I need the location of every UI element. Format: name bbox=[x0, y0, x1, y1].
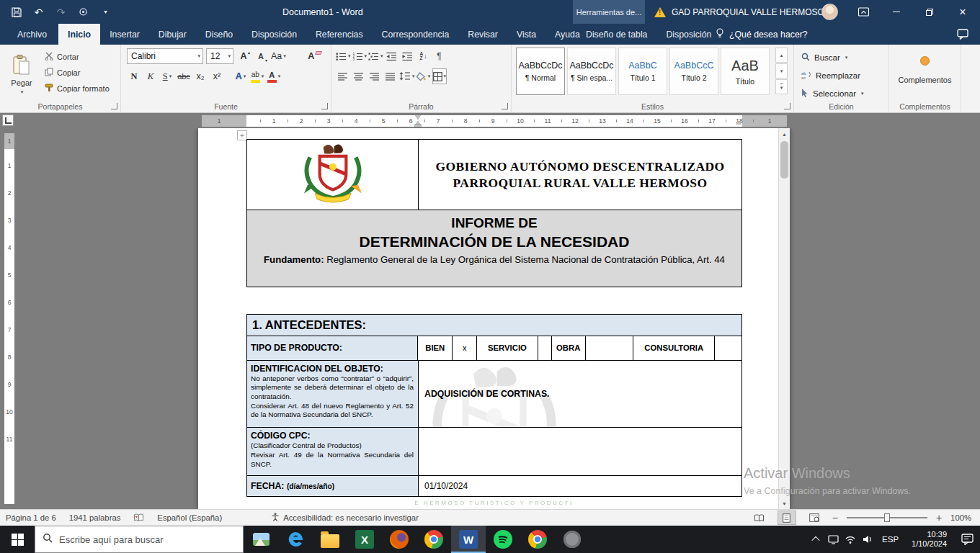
first-line-indent-marker[interactable] bbox=[415, 115, 421, 120]
copy-button[interactable]: Copiar bbox=[42, 65, 112, 81]
tab-correspondencia[interactable]: Correspondencia bbox=[373, 24, 459, 45]
start-button[interactable] bbox=[0, 526, 35, 553]
touch-mode-icon[interactable] bbox=[77, 6, 89, 18]
tipo-value-servicio[interactable] bbox=[538, 336, 552, 360]
redo-icon[interactable]: ↷ bbox=[55, 6, 67, 18]
chrome-2-icon[interactable] bbox=[520, 526, 555, 553]
align-right-button[interactable] bbox=[368, 68, 382, 84]
shading-button[interactable]: ▾ bbox=[416, 68, 431, 84]
line-spacing-button[interactable]: ▾ bbox=[399, 68, 415, 84]
borders-button[interactable]: ▾ bbox=[432, 68, 447, 84]
tab-vista[interactable]: Vista bbox=[507, 24, 545, 45]
codigo-cpc-value[interactable] bbox=[419, 428, 741, 475]
scrollbar-thumb[interactable] bbox=[780, 141, 788, 179]
clock[interactable]: 10:39 1/10/2024 bbox=[904, 530, 954, 549]
zoom-level[interactable]: 100% bbox=[950, 513, 971, 522]
underline-button[interactable]: S▾ bbox=[160, 68, 174, 84]
replace-button[interactable]: abac Reemplazar bbox=[801, 68, 860, 83]
font-dialog-launcher[interactable] bbox=[321, 103, 328, 109]
style-titulo-1[interactable]: AaBbCTítulo 1 bbox=[618, 48, 667, 95]
tab-inicio[interactable]: Inicio bbox=[58, 24, 100, 45]
contextual-tab-disposicion[interactable]: Disposición bbox=[656, 24, 721, 45]
cut-button[interactable]: Cortar bbox=[42, 49, 112, 65]
clipboard-dialog-launcher[interactable] bbox=[111, 103, 117, 109]
tab-revisar[interactable]: Revisar bbox=[458, 24, 507, 45]
zoom-slider-thumb[interactable] bbox=[884, 513, 890, 522]
display-icon[interactable] bbox=[824, 526, 842, 553]
document-table[interactable]: GOBIERNO AUTÓNOMO DESCENTRALIZADO PARROQ… bbox=[246, 139, 742, 497]
customize-quick-access-icon[interactable]: ▾ bbox=[99, 6, 112, 18]
contextual-tab-diseno-de-tabla[interactable]: Diseño de tabla bbox=[576, 24, 656, 45]
tab-stop-selector[interactable] bbox=[2, 114, 14, 126]
find-button[interactable]: Buscar▾ bbox=[801, 50, 847, 65]
superscript-button[interactable]: x² bbox=[210, 68, 224, 84]
strikethrough-button[interactable]: abc bbox=[177, 68, 191, 84]
scroll-down-icon[interactable]: ▼ bbox=[779, 498, 790, 509]
align-left-button[interactable] bbox=[336, 68, 350, 84]
language-tray-button[interactable]: ESP bbox=[876, 535, 904, 544]
restore-button[interactable] bbox=[913, 0, 946, 24]
taskbar-search[interactable] bbox=[35, 526, 244, 553]
volume-icon[interactable] bbox=[859, 526, 876, 553]
taskbar-search-input[interactable] bbox=[59, 534, 225, 545]
document-page[interactable]: + E HERMOSO TURISTICO Y PRODUCTI bbox=[198, 128, 790, 509]
styles-more-icon[interactable]: ▾ bbox=[775, 79, 788, 94]
spotify-icon[interactable] bbox=[486, 526, 520, 553]
print-layout-icon[interactable] bbox=[778, 511, 796, 525]
accessibility-status[interactable]: Accesibilidad: es necesario investigar bbox=[271, 513, 419, 523]
photos-app-icon[interactable] bbox=[244, 526, 278, 553]
style-titulo-2[interactable]: AaBbCcCTítulo 2 bbox=[669, 48, 718, 95]
network-icon[interactable] bbox=[842, 526, 859, 553]
edge-icon[interactable] bbox=[278, 526, 313, 553]
multilevel-list-button[interactable]: ▾ bbox=[368, 48, 383, 64]
avatar[interactable] bbox=[821, 4, 838, 20]
page-indicator[interactable]: Página 1 de 6 bbox=[6, 513, 56, 522]
grow-font-button[interactable]: A▴ bbox=[236, 48, 251, 64]
save-icon[interactable] bbox=[10, 6, 22, 18]
styles-scroll-down-icon[interactable]: ▾ bbox=[775, 63, 788, 78]
proofing-icon[interactable] bbox=[133, 513, 144, 522]
change-case-button[interactable]: Aa▾ bbox=[271, 48, 286, 64]
zoom-slider[interactable] bbox=[847, 517, 927, 518]
tab-dibujar[interactable]: Dibujar bbox=[149, 24, 196, 45]
tab-diseno[interactable]: Diseño bbox=[196, 24, 242, 45]
styles-dialog-launcher[interactable] bbox=[784, 103, 790, 109]
font-color-button[interactable]: A▾ bbox=[267, 68, 281, 84]
close-button[interactable]: × bbox=[946, 0, 979, 24]
paragraph-dialog-launcher[interactable] bbox=[502, 103, 508, 109]
tipo-value-bien[interactable]: x bbox=[453, 336, 477, 360]
zoom-out-button[interactable]: − bbox=[832, 513, 838, 523]
tipo-value-obra[interactable] bbox=[586, 336, 634, 360]
font-family-select[interactable]: Calibri▾ bbox=[127, 48, 203, 64]
table-move-handle[interactable]: + bbox=[237, 130, 247, 140]
tab-insertar[interactable]: Insertar bbox=[100, 24, 149, 45]
hidden-icons-chevron[interactable] bbox=[807, 526, 824, 553]
right-indent-marker[interactable] bbox=[736, 121, 741, 125]
vertical-ruler[interactable]: 11234567891011 bbox=[4, 133, 14, 504]
identificacion-value[interactable]: ADQUISICIÓN DE CORTINAS. bbox=[419, 361, 741, 427]
web-layout-icon[interactable] bbox=[805, 511, 824, 525]
comments-icon[interactable] bbox=[957, 29, 968, 42]
horizontal-ruler[interactable]: 11123456789101112131415161718 bbox=[202, 115, 787, 127]
select-button[interactable]: Seleccionar▾ bbox=[801, 86, 864, 101]
addins-button[interactable]: Complementos bbox=[899, 56, 952, 84]
zoom-in-button[interactable]: + bbox=[936, 513, 942, 523]
file-explorer-icon[interactable] bbox=[313, 526, 347, 553]
excel-icon[interactable] bbox=[347, 526, 382, 553]
tab-archivo[interactable]: Archivo bbox=[6, 24, 58, 45]
ribbon-display-options-icon[interactable] bbox=[858, 6, 870, 21]
style-titulo[interactable]: AaBTítulo bbox=[721, 48, 770, 95]
word-icon[interactable] bbox=[451, 526, 486, 553]
paste-button[interactable]: Pegar ▾ bbox=[4, 48, 39, 102]
show-marks-button[interactable]: ¶ bbox=[432, 48, 447, 64]
tab-disposicion[interactable]: Disposición bbox=[242, 24, 306, 45]
style-normal[interactable]: AaBbCcDc¶ Normal bbox=[516, 48, 565, 95]
language-indicator[interactable]: Español (España) bbox=[157, 513, 222, 522]
justify-button[interactable] bbox=[383, 68, 398, 84]
format-painter-button[interactable]: Copiar formato bbox=[42, 81, 112, 96]
subscript-button[interactable]: x₂ bbox=[193, 68, 208, 84]
tab-referencias[interactable]: Referencias bbox=[306, 24, 373, 45]
align-center-button[interactable] bbox=[352, 68, 366, 84]
unknown-app-icon[interactable] bbox=[555, 526, 589, 553]
tell-me-button[interactable]: ¿Qué desea hacer? bbox=[716, 24, 808, 45]
